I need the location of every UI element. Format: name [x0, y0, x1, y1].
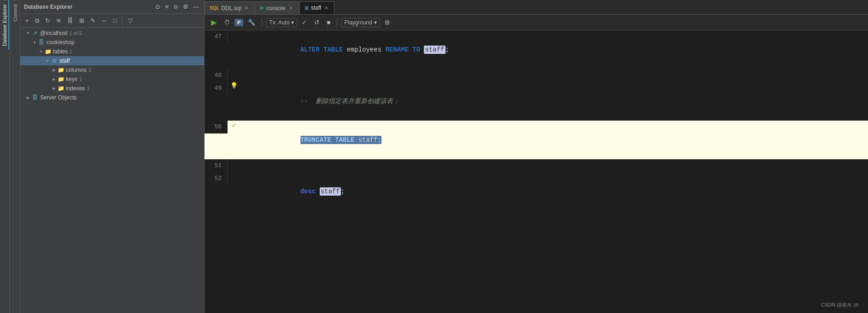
ddl-icon: SQL	[210, 6, 219, 11]
edit-btn[interactable]: ✎	[88, 16, 98, 25]
arrow-tables: ▼	[38, 48, 44, 55]
alter-table-name: employees	[346, 46, 385, 53]
undo-btn[interactable]: ↺	[311, 17, 322, 27]
commit-strip-label[interactable]: Commit	[12, 0, 19, 25]
staff-close-btn[interactable]: ✕	[323, 5, 329, 11]
columns-badge: 3	[88, 67, 91, 73]
truncate-kw: TRUNCATE TABLE	[300, 136, 358, 144]
tree-item-staff[interactable]: ▼ ⊞ staff	[20, 56, 204, 65]
tree-item-server-objects[interactable]: ▶ 🗄 Server Objects	[20, 93, 204, 102]
db-icon: 🗄	[38, 39, 45, 46]
keys-badge: 1	[79, 76, 82, 82]
tree-area: ▼ ↗ @localhost 1 of 5 ▼ 🗄 cookieshop ▼	[20, 28, 204, 313]
db-icon-btn[interactable]: 🗄	[65, 16, 76, 25]
tables-badge: 1	[70, 49, 72, 54]
semicolon-47: ;	[446, 46, 449, 53]
playground-dropdown[interactable]: Playground ▾	[341, 18, 380, 27]
sidebar-icon-btn-3[interactable]: ≎	[172, 3, 180, 11]
folder-icon: 📁	[44, 48, 52, 55]
code-line-49: 49 💡 -- 删除指定表并重新创建该表：	[205, 82, 868, 121]
line-num-49: 49	[205, 82, 228, 95]
table-icon: ⊞	[51, 57, 58, 64]
editor-area: SQL DDL.sql ✕ ⊳ console ✕ ⊞ staff ✕	[205, 0, 868, 313]
alter-kw: ALTER TABLE	[300, 46, 347, 53]
db-explorer-strip[interactable]: Database Explorer	[1, 0, 9, 50]
grid-btn[interactable]: ⊞	[382, 17, 393, 27]
lightbulb-icon[interactable]: 💡	[230, 82, 238, 89]
code-line-47: 47 ALTER TABLE employees RENAME TO staff…	[205, 30, 868, 69]
line-content-50[interactable]: TRUNCATE TABLE staff;	[240, 121, 868, 159]
checkmark-icon: ✓	[232, 121, 236, 130]
run-btn[interactable]: ▶	[208, 17, 219, 28]
wrench-btn[interactable]: 🔧	[245, 17, 258, 27]
arrow-indexes: ▶	[51, 85, 57, 92]
tx-dropdown[interactable]: Tx: Auto ▾	[266, 18, 297, 27]
tables-label: tables	[53, 48, 68, 55]
code-editor[interactable]: 47 ALTER TABLE employees RENAME TO staff…	[205, 30, 868, 313]
comment-text: -- 删除指定表并重新创建该表：	[300, 98, 400, 105]
copy-btn[interactable]: ⧉	[33, 16, 41, 26]
refresh-btn[interactable]: ↻	[43, 16, 53, 25]
truncate-selected: TRUNCATE TABLE staff;	[300, 136, 381, 144]
arrow-btn[interactable]: ↔	[99, 16, 110, 25]
sidebar-toolbar: + ⧉ ↻ ≋ 🗄 ⊞ ✎ ↔ □ ▽	[20, 14, 204, 28]
semicolon-52: ;	[341, 188, 345, 195]
localhost-label: @localhost	[40, 30, 68, 36]
line-content-48[interactable]	[240, 69, 868, 82]
server-icon: ↗	[31, 29, 39, 37]
tx-label: Tx: Auto	[269, 19, 289, 26]
rename-kw: RENAME TO	[385, 46, 424, 53]
line-content-52[interactable]: desc staff;	[240, 172, 868, 211]
arrow-keys: ▶	[51, 76, 57, 82]
tx-arrow: ▾	[291, 19, 294, 26]
code-line-48: 48	[205, 69, 868, 82]
sidebar-title-bar: Database Explorer ⊙ ≡ ≎ ⚙ —	[20, 0, 204, 14]
staff-highlight-2: staff	[320, 187, 341, 196]
line-num-51: 51	[205, 159, 228, 172]
staff-label: staff	[59, 58, 70, 64]
console-tab-label: console	[266, 5, 285, 12]
toolbar-sep-1	[262, 18, 262, 27]
console-icon: ⊳	[260, 5, 264, 11]
tab-ddl-sql[interactable]: SQL DDL.sql ✕	[205, 1, 254, 14]
code-line-50: 50 ✓ TRUNCATE TABLE staff;	[205, 121, 868, 159]
tree-item-localhost[interactable]: ▼ ↗ @localhost 1 of 5	[20, 29, 204, 38]
stop-btn[interactable]: ■	[324, 17, 333, 27]
keys-label: keys	[66, 76, 77, 82]
line-content-47[interactable]: ALTER TABLE employees RENAME TO staff;	[240, 30, 868, 69]
sidebar-settings-btn[interactable]: ⚙	[182, 3, 190, 11]
tree-item-tables[interactable]: ▼ 📁 tables 1	[20, 47, 204, 56]
tab-console[interactable]: ⊳ console ✕	[255, 1, 299, 14]
tree-item-indexes[interactable]: ▶ 📁 indexes 1	[20, 84, 204, 93]
table-icon-btn[interactable]: ⊞	[77, 16, 87, 25]
arrow-columns: ▶	[51, 67, 57, 73]
tree-item-cookieshop[interactable]: ▼ 🗄 cookieshop	[20, 38, 204, 47]
console-close-btn[interactable]: ✕	[288, 5, 294, 11]
playground-label: Playground	[344, 19, 372, 26]
sidebar: Database Explorer ⊙ ≡ ≎ ⚙ — + ⧉ ↻ ≋ 🗄	[20, 0, 205, 313]
editor-toolbar: ▶ ⏱ P 🔧 Tx: Auto ▾ ✓ ↺ ■ Playground	[205, 15, 868, 30]
ddl-close-btn[interactable]: ✕	[243, 5, 249, 11]
tree-item-columns[interactable]: ▶ 📁 columns 3	[20, 65, 204, 75]
staff-tab-icon: ⊞	[305, 5, 309, 11]
schema-btn[interactable]: ≋	[54, 16, 64, 25]
p-btn[interactable]: P	[235, 19, 243, 26]
filter-btn[interactable]: ▽	[126, 16, 135, 25]
line-num-50: 50	[205, 121, 228, 133]
sidebar-icon-btn-1[interactable]: ⊙	[154, 3, 162, 11]
line-content-51[interactable]	[240, 159, 868, 172]
line-num-48: 48	[205, 69, 228, 82]
history-btn[interactable]: ⏱	[221, 17, 233, 27]
tab-staff[interactable]: ⊞ staff ✕	[299, 1, 334, 14]
line-num-47: 47	[205, 30, 228, 43]
tree-item-keys[interactable]: ▶ 📁 keys 1	[20, 75, 204, 84]
view-btn[interactable]: □	[111, 16, 119, 25]
line-content-49[interactable]: -- 删除指定表并重新创建该表：	[240, 82, 868, 121]
staff-tab-label: staff	[311, 5, 321, 11]
add-btn[interactable]: +	[23, 16, 31, 25]
code-line-51: 51	[205, 159, 868, 172]
check-btn[interactable]: ✓	[299, 17, 310, 27]
app-container: Database Explorer ⊙ ≡ ≎ ⚙ — + ⧉ ↻ ≋ 🗄	[20, 0, 868, 313]
sidebar-icon-btn-2[interactable]: ≡	[164, 3, 170, 11]
sidebar-minimize-btn[interactable]: —	[192, 3, 200, 11]
